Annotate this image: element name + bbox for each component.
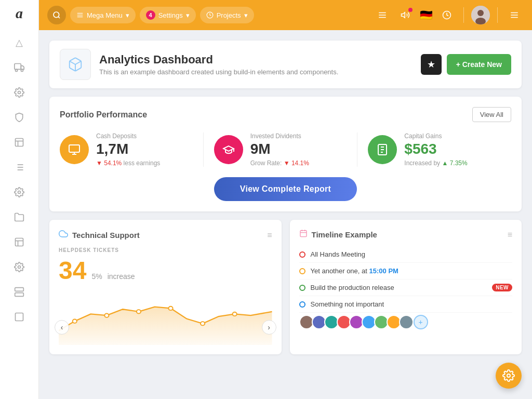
timeline-title-label: Timeline Example <box>312 230 377 239</box>
create-new-button[interactable]: + Create New <box>447 54 511 75</box>
timeline-time: 15:00 PM <box>369 267 398 275</box>
clock-button[interactable] <box>437 6 456 24</box>
megaphone-button[interactable] <box>396 6 415 24</box>
helpdesk-count-row: 34 5% increase <box>59 256 272 285</box>
new-badge: NEW <box>492 284 512 291</box>
cash-deposits-icon <box>60 135 89 164</box>
timeline-text-2: Yet another one, at 15:00 PM <box>311 267 513 275</box>
technical-support-header: Technical Support ≡ <box>59 229 272 241</box>
helpdesk-chart: ‹ › <box>59 288 272 345</box>
settings-arrow: ▾ <box>186 11 190 19</box>
timeline-dot-green <box>299 285 305 291</box>
svg-point-46 <box>73 320 77 323</box>
carousel-next-button[interactable]: › <box>262 320 276 335</box>
svg-point-1 <box>16 69 18 71</box>
user-avatar[interactable] <box>471 6 490 24</box>
helpdesk-label: HELPDESK TICKETS <box>59 247 272 253</box>
invested-dividents-icon <box>214 135 243 164</box>
timeline-item-1: All Hands Meeting <box>299 246 513 263</box>
invested-dividents-label: Invested Dividents <box>250 132 347 140</box>
sidebar-item-3[interactable] <box>9 82 30 103</box>
sidebar-item-9[interactable] <box>9 232 30 252</box>
settings-button[interactable]: 4 Settings ▾ <box>140 7 196 23</box>
timeline-item-3: Build the production release NEW <box>299 280 513 296</box>
portfolio-title: Portfolio Performance <box>60 110 147 119</box>
svg-point-47 <box>104 314 109 317</box>
page-title-area: Analytics Dashboard This is an example d… <box>99 53 413 76</box>
line-chart-svg <box>59 288 272 345</box>
timeline-text-4: Something not important <box>311 300 513 308</box>
svg-rect-20 <box>16 313 23 321</box>
page-icon-box <box>60 49 91 80</box>
page-actions: ★ + Create New <box>421 54 511 75</box>
invested-dividents-sub: Grow Rate: ▼ 14.1% <box>250 159 347 167</box>
sidebar-item-12[interactable] <box>9 307 30 327</box>
content-area: Analytics Dashboard This is an example d… <box>39 30 532 399</box>
helpdesk-inc: increase <box>108 272 135 281</box>
carousel-prev-button[interactable]: ‹ <box>55 320 69 335</box>
avatars-row: + <box>299 315 513 329</box>
sidebar-item-7[interactable] <box>9 182 30 203</box>
capital-gains-stat: Capital Gains $563 Increased by ▲ 7.35% <box>357 132 511 167</box>
timeline-text-3: Build the production release <box>311 284 487 291</box>
svg-rect-0 <box>15 64 21 70</box>
timeline-header: Timeline Example ≡ <box>299 229 513 240</box>
sidebar-item-5[interactable] <box>9 132 30 153</box>
sidebar: a △ <box>0 0 39 399</box>
notification-dot <box>408 8 413 12</box>
navbar: Mega Menu ▾ 4 Settings ▾ Projects ▾ 🇩🇪 <box>39 0 532 30</box>
main-area: Mega Menu ▾ 4 Settings ▾ Projects ▾ 🇩🇪 <box>39 0 532 399</box>
timeline-dot-yellow <box>299 268 305 274</box>
nav-divider <box>463 7 464 23</box>
app-logo: a <box>16 5 23 22</box>
invested-dividents-stat: Invested Dividents 9M Grow Rate: ▼ 14.1% <box>204 132 358 167</box>
portfolio-card: Portfolio Performance View All Cash Depo… <box>49 97 522 211</box>
bottom-cards-row: Technical Support ≡ HELPDESK TICKETS 34 … <box>49 220 522 354</box>
capital-gains-info: Capital Gains $563 Increased by ▲ 7.35% <box>404 132 501 167</box>
page-subtitle: This is an example dashboard created usi… <box>99 68 413 76</box>
more-menu-button[interactable] <box>505 6 524 24</box>
sidebar-item-1[interactable]: △ <box>9 32 30 53</box>
search-button[interactable] <box>47 6 66 24</box>
avatar-more-button[interactable]: + <box>414 315 428 329</box>
projects-arrow: ▾ <box>244 11 248 19</box>
settings-label: Settings <box>158 11 183 19</box>
sidebar-item-2[interactable] <box>9 57 30 78</box>
svg-rect-4 <box>16 139 23 147</box>
technical-support-menu-icon[interactable]: ≡ <box>267 231 272 240</box>
svg-point-15 <box>18 266 21 269</box>
sidebar-item-11[interactable] <box>9 282 30 302</box>
page-header: Analytics Dashboard This is an example d… <box>49 41 522 88</box>
technical-support-title: Technical Support <box>59 229 140 241</box>
sidebar-item-8[interactable] <box>9 207 30 228</box>
invested-dividents-value: 9M <box>250 142 347 156</box>
timeline-dot-blue <box>299 301 305 308</box>
svg-rect-17 <box>15 293 24 297</box>
portfolio-stats: Cash Deposits 1,7M ▼ 54.1% less earnings <box>60 132 511 167</box>
svg-point-48 <box>137 310 141 313</box>
svg-point-56 <box>507 374 510 377</box>
svg-rect-52 <box>300 231 307 237</box>
cash-deposits-info: Cash Deposits 1,7M ▼ 54.1% less earnings <box>96 132 193 167</box>
view-complete-report-button[interactable]: View Complete Report <box>214 177 357 201</box>
capital-gains-icon <box>368 135 397 164</box>
svg-point-49 <box>168 307 172 310</box>
language-flag[interactable]: 🇩🇪 <box>419 8 433 22</box>
mega-menu-arrow: ▾ <box>126 11 129 19</box>
technical-support-card: Technical Support ≡ HELPDESK TICKETS 34 … <box>49 220 282 354</box>
timeline-dot-red <box>299 251 305 258</box>
sidebar-item-4[interactable] <box>9 107 30 128</box>
hamburger-button[interactable] <box>373 6 392 24</box>
projects-button[interactable]: Projects ▾ <box>200 7 254 23</box>
sidebar-item-10[interactable] <box>9 257 30 277</box>
capital-gains-pct: ▲ 7.35% <box>442 159 467 167</box>
settings-badge: 4 <box>146 10 155 20</box>
star-button[interactable]: ★ <box>421 54 442 75</box>
technical-support-label: Technical Support <box>72 231 140 240</box>
cash-deposits-subtext: less earnings <box>124 159 161 167</box>
timeline-menu-icon[interactable]: ≡ <box>508 230 512 240</box>
gear-fab-button[interactable] <box>496 363 522 389</box>
mega-menu-button[interactable]: Mega Menu ▾ <box>70 7 136 23</box>
sidebar-item-6[interactable] <box>9 157 30 178</box>
view-all-button[interactable]: View All <box>472 107 511 122</box>
